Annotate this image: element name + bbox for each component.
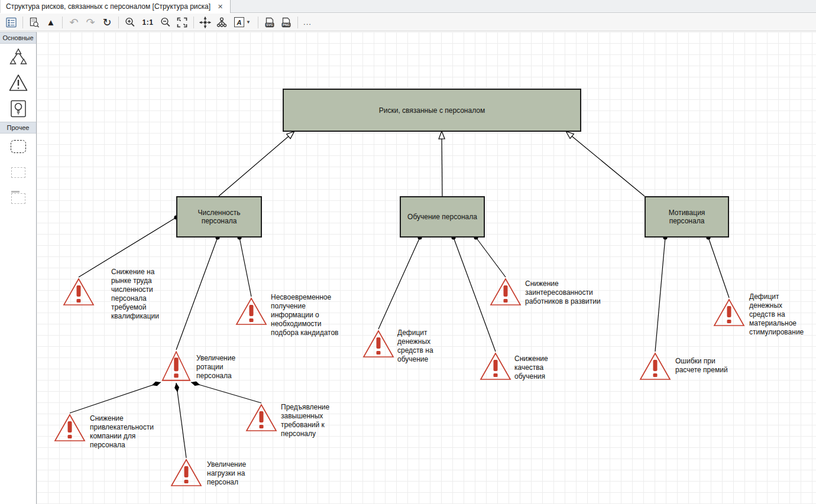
redo-icon[interactable]: ↷ xyxy=(83,15,98,30)
diagram-tab[interactable]: Структура рисков, связанных с персоналом… xyxy=(0,0,231,13)
connector-risk[interactable] xyxy=(378,238,420,329)
connector-aggregation[interactable] xyxy=(70,382,161,413)
svg-text:PNG: PNG xyxy=(283,23,290,27)
undo-icon[interactable]: ↶ xyxy=(66,15,82,30)
risk-label: Несвоевременное получение информации о н… xyxy=(271,293,365,337)
risk-label: Увеличение нагрузки на персонал xyxy=(207,460,293,487)
risk-factor-icon[interactable] xyxy=(0,96,36,122)
node-label: Риски, связанные с персоналом xyxy=(379,106,485,115)
risk-group-training[interactable]: Обучение персонала xyxy=(400,196,485,238)
connector-generalization[interactable] xyxy=(566,132,645,196)
risk-label: Увеличение ротации персонала xyxy=(196,354,282,381)
risk-node[interactable]: Увеличение нагрузки на персонал xyxy=(170,458,203,487)
risk-label: Снижение заинтересованности работников в… xyxy=(525,279,626,306)
connector-generalization[interactable] xyxy=(442,132,442,196)
connector-risk[interactable] xyxy=(239,238,251,297)
toolbar-separator xyxy=(193,17,194,28)
warning-triangle-icon xyxy=(170,458,203,487)
palette-section-title: Основные xyxy=(0,32,36,44)
risk-label: Ошибки при расчете премий xyxy=(675,357,761,375)
connector-risk[interactable] xyxy=(655,238,665,352)
refresh-icon[interactable]: ↻ xyxy=(99,15,115,30)
close-icon[interactable]: ✕ xyxy=(216,3,224,11)
warning-triangle-icon xyxy=(53,413,86,443)
risk-group-headcount[interactable]: Численность персонала xyxy=(176,196,262,238)
svg-text:SVG: SVG xyxy=(266,23,273,27)
risk-node[interactable]: Снижение заинтересованности работников в… xyxy=(489,277,522,307)
risk-node[interactable]: Дефицит денежных средств на материальное… xyxy=(713,298,746,327)
shape-palette: Основные Прочее xyxy=(0,32,37,504)
toolbar-separator xyxy=(62,17,63,28)
warning-triangle-icon xyxy=(62,277,95,307)
export-png-button[interactable]: PNG xyxy=(279,15,294,30)
auto-layout-icon[interactable] xyxy=(214,15,229,30)
risk-node[interactable]: Снижение на рынке труда численности перс… xyxy=(62,277,95,307)
connector-generalization[interactable] xyxy=(219,132,294,196)
warning-triangle-icon xyxy=(362,329,395,359)
warning-triangle-icon xyxy=(639,352,672,381)
app-window: Структура рисков, связанных с персоналом… xyxy=(0,0,816,504)
collapse-icon[interactable]: ▲ xyxy=(43,15,59,30)
font-settings-button[interactable]: A ▼ xyxy=(231,15,254,30)
risk-node[interactable]: Снижение привлекательности компании для … xyxy=(53,413,86,443)
risk-group-motivation[interactable]: Мотивация персонала xyxy=(645,196,729,238)
zoom-100-button[interactable]: 1:1 xyxy=(139,15,157,30)
dashed-rounded-rect-icon[interactable] xyxy=(0,134,36,160)
connector-aggregation[interactable] xyxy=(191,382,261,403)
risk-node[interactable]: Дефицит денежных средств на обучение xyxy=(362,329,395,359)
tab-bar: Структура рисков, связанных с персоналом… xyxy=(0,0,816,13)
risk-icon[interactable] xyxy=(0,70,36,96)
risk-label: Дефицит денежных средств на материальное… xyxy=(749,292,816,337)
tab-title: Структура рисков, связанных с персоналом… xyxy=(6,2,211,11)
node-label: Обучение персонала xyxy=(407,213,477,221)
risk-node[interactable]: Снижение качества обучения xyxy=(479,352,512,381)
toolbar-separator xyxy=(297,17,298,28)
pan-mode-icon[interactable] xyxy=(197,15,213,30)
risk-node[interactable]: Предъявление завышенных требований к пер… xyxy=(245,403,278,433)
warning-triangle-icon xyxy=(489,277,522,307)
risk-label: Снижение на рынке труда численности перс… xyxy=(111,268,197,321)
risk-label: Снижение привлекательности компании для … xyxy=(90,414,184,450)
fit-screen-icon[interactable] xyxy=(174,15,190,30)
zoom-in-icon[interactable] xyxy=(122,15,138,30)
risk-node[interactable]: Увеличение ротации персонала xyxy=(161,350,192,382)
warning-triangle-icon xyxy=(161,350,192,382)
connector-risk[interactable] xyxy=(708,238,729,298)
risk-group-root[interactable]: Риски, связанные с персоналом xyxy=(283,89,581,132)
node-label: Мотивация персонала xyxy=(652,209,722,225)
find-preview-icon[interactable] xyxy=(27,15,42,30)
risk-node[interactable]: Ошибки при расчете премий xyxy=(639,352,672,381)
warning-triangle-icon xyxy=(713,298,746,327)
warning-triangle-icon xyxy=(479,352,512,381)
toolbar-separator xyxy=(258,17,258,28)
node-label: Численность персонала xyxy=(183,209,255,225)
warning-triangle-icon xyxy=(235,297,268,326)
zoom-out-icon[interactable] xyxy=(158,15,173,30)
diagram-canvas[interactable]: Риски, связанные с персоналом Численност… xyxy=(37,32,816,504)
toolbar-separator xyxy=(22,17,23,28)
risk-label: Предъявление завышенных требований к пер… xyxy=(281,403,367,438)
risk-label: Снижение качества обучения xyxy=(514,355,600,381)
risk-label: Дефицит денежных средств на обучение xyxy=(397,329,483,364)
chevron-down-icon: ▼ xyxy=(246,19,251,25)
diagram-list-icon[interactable] xyxy=(4,15,19,30)
risk-node[interactable]: Несвоевременное получение информации о н… xyxy=(235,297,268,326)
toolbar: ▲ ↶ ↷ ↻ 1:1 xyxy=(0,14,816,31)
risk-structure-icon[interactable] xyxy=(0,44,36,70)
dashed-frame-icon[interactable] xyxy=(0,160,36,186)
dashed-titled-frame-icon[interactable] xyxy=(0,186,36,212)
export-svg-button[interactable]: SVG xyxy=(262,15,277,30)
more-button[interactable]: ... xyxy=(302,15,313,30)
connector-risk[interactable] xyxy=(476,238,506,277)
toolbar-separator xyxy=(118,17,119,28)
warning-triangle-icon xyxy=(245,403,278,433)
palette-section-title: Прочее xyxy=(0,122,36,134)
